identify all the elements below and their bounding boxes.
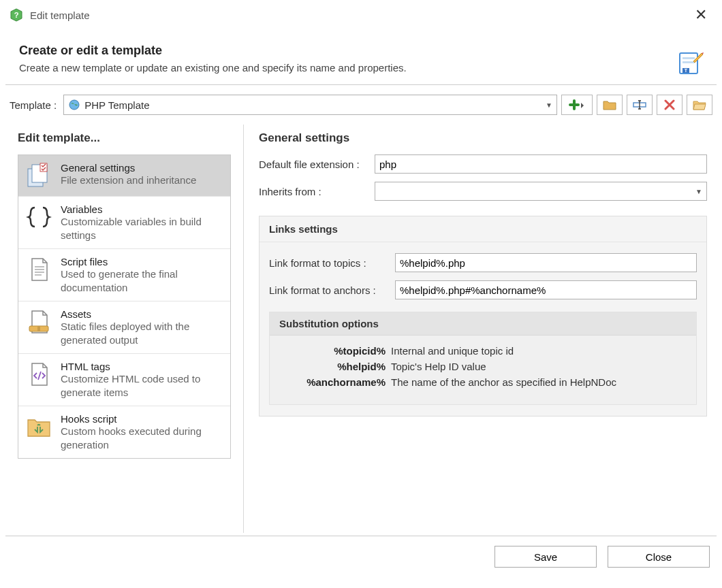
sub-row-anchorname: %anchorname% The name of the anchor as s…: [282, 376, 684, 388]
substitution-panel: Substitution options %topicid% Internal …: [269, 312, 697, 405]
titlebar: ? Edit template ✕: [0, 0, 722, 30]
nav-item-variables[interactable]: Variables Customizable variables in buil…: [18, 197, 230, 249]
delete-button[interactable]: [657, 95, 682, 115]
assets-icon: [25, 308, 52, 336]
template-row: Template : PHP Template ▼: [0, 85, 722, 125]
nav-list: General settings File extension and inhe…: [18, 154, 231, 459]
globe-icon: [68, 99, 80, 111]
svg-rect-2: [682, 57, 695, 59]
default-ext-label: Default file extension :: [259, 159, 375, 170]
sub-row-topicid: %topicid% Internal and unique topic id: [282, 345, 684, 357]
nav-item-script-files[interactable]: Script files Used to generate the final …: [18, 249, 230, 301]
svg-rect-12: [37, 326, 40, 331]
row-inherits-from: Inherits from : ▼: [259, 182, 707, 201]
links-panel-title: Links settings: [260, 216, 706, 242]
nav-item-assets[interactable]: Assets Static files deployed with the ge…: [18, 301, 230, 354]
browse-folder-button[interactable]: [687, 95, 712, 115]
sub-row-helpid: %helpid% Topic's Help ID value: [282, 361, 684, 372]
link-anchor-label: Link format to anchors :: [269, 284, 395, 296]
nav-title: Hooks script: [61, 413, 223, 425]
header: Create or edit a template Create a new t…: [0, 30, 722, 84]
sub-val: Internal and unique topic id: [391, 345, 684, 357]
template-select[interactable]: PHP Template ▼: [63, 95, 557, 115]
sub-key: %anchorname%: [282, 376, 391, 388]
substitution-title: Substitution options: [270, 312, 696, 336]
link-topic-input[interactable]: [395, 253, 697, 272]
template-label: Template :: [10, 99, 57, 111]
nav-desc: Custom hooks executed during generation: [61, 425, 223, 451]
row-link-topics: Link format to topics :: [269, 253, 697, 272]
sub-val: The name of the anchor as specified in H…: [391, 376, 684, 388]
inherits-dropdown[interactable]: ▼: [375, 182, 707, 201]
template-value: PHP Template: [84, 99, 546, 111]
default-ext-input[interactable]: [375, 154, 707, 174]
html-code-icon: [25, 361, 52, 388]
chevron-down-icon: ▼: [695, 188, 702, 195]
add-template-button[interactable]: [561, 95, 593, 115]
nav-title: HTML tags: [61, 361, 223, 372]
sub-key: %topicid%: [282, 345, 391, 357]
row-link-anchors: Link format to anchors :: [269, 280, 697, 299]
svg-rect-3: [682, 61, 695, 63]
link-anchor-input[interactable]: [395, 280, 697, 299]
nav-item-html-tags[interactable]: HTML tags Customize HTML code used to ge…: [18, 354, 230, 406]
header-subtext: Create a new template or update an exist…: [19, 62, 703, 74]
nav-desc: Customize HTML code used to generate ite…: [61, 372, 223, 399]
main-title: General settings: [259, 131, 707, 145]
script-file-icon: [25, 256, 52, 283]
nav-title: Variables: [61, 203, 223, 215]
nav-title: General settings: [61, 162, 196, 174]
nav-desc: Static files deployed with the generated…: [61, 320, 223, 346]
app-icon: ?: [10, 8, 23, 22]
settings-icon: [25, 162, 52, 189]
sidebar: Edit template... General settings File e…: [5, 125, 244, 533]
save-button[interactable]: Save: [495, 546, 597, 568]
open-folder-button[interactable]: [597, 95, 623, 115]
chevron-down-icon: ▼: [546, 101, 552, 109]
svg-text:T: T: [685, 68, 688, 73]
inherits-label: Inherits from :: [259, 186, 375, 197]
template-edit-icon: T: [677, 49, 704, 76]
braces-icon: [25, 203, 52, 231]
sub-val: Topic's Help ID value: [391, 361, 684, 372]
nav-item-hooks-script[interactable]: Hooks script Custom hooks executed durin…: [18, 406, 230, 458]
links-settings-panel: Links settings Link format to topics : L…: [259, 216, 707, 416]
main-panel: General settings Default file extension …: [244, 125, 717, 533]
window-title: Edit template: [30, 10, 689, 21]
row-default-extension: Default file extension :: [259, 154, 707, 174]
nav-title: Script files: [61, 256, 223, 267]
nav-desc: File extension and inheritance: [61, 174, 196, 187]
hooks-folder-icon: [25, 413, 52, 440]
nav-title: Assets: [61, 308, 223, 320]
nav-item-general-settings[interactable]: General settings File extension and inhe…: [18, 155, 230, 197]
close-button[interactable]: Close: [608, 546, 710, 568]
rename-button[interactable]: [627, 95, 653, 115]
svg-rect-10: [40, 163, 47, 172]
header-heading: Create or edit a template: [19, 44, 703, 58]
close-icon[interactable]: ✕: [689, 6, 712, 24]
nav-desc: Used to generate the final documentation: [61, 267, 223, 294]
footer: Save Close: [5, 536, 717, 577]
link-topic-label: Link format to topics :: [269, 257, 395, 269]
sub-key: %helpid%: [282, 361, 391, 372]
sidebar-title: Edit template...: [18, 131, 231, 145]
svg-text:?: ?: [14, 11, 19, 19]
nav-desc: Customizable variables in build settings: [61, 215, 223, 242]
